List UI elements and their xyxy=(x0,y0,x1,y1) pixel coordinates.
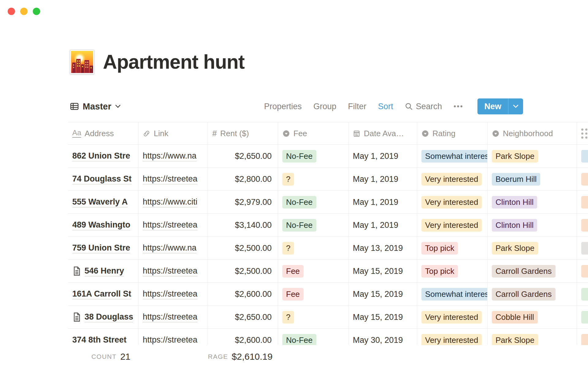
table-row[interactable]: 161A Carroll St https://streetea $2,600.… xyxy=(68,283,588,306)
cell-rating[interactable]: Very interested xyxy=(417,168,488,190)
cell-clipped[interactable] xyxy=(577,214,588,236)
cell-rent[interactable]: $3,140.00 xyxy=(208,214,278,236)
cell-fee[interactable]: No-Fee xyxy=(278,145,349,167)
cell-link[interactable]: https://www.citi xyxy=(138,191,208,213)
table-view-icon xyxy=(70,102,79,111)
cell-rating[interactable]: Very interested xyxy=(417,191,488,213)
column-header-rent[interactable]: # Rent ($) xyxy=(208,122,278,144)
cell-fee[interactable]: Fee xyxy=(278,283,349,305)
cell-date-available[interactable]: May 1, 2019 xyxy=(349,168,417,190)
cell-date-available[interactable]: May 13, 2019 xyxy=(349,237,417,259)
column-header-neighborhood[interactable]: Neighborhood xyxy=(488,122,577,144)
cell-rent[interactable]: $2,800.00 xyxy=(208,168,278,190)
new-button[interactable]: New xyxy=(477,98,523,114)
zoom-window-button[interactable] xyxy=(33,8,40,15)
cell-fee[interactable]: ? xyxy=(278,237,349,259)
cell-date-available[interactable]: May 1, 2019 xyxy=(349,191,417,213)
view-selector[interactable]: Master xyxy=(70,102,121,112)
cell-clipped[interactable] xyxy=(577,260,588,282)
table-row[interactable]: 489 Washingto https://streetea $3,140.00… xyxy=(68,214,588,237)
cell-clipped[interactable] xyxy=(577,191,588,213)
cell-link[interactable]: https://streetea xyxy=(138,283,208,305)
cell-rent[interactable]: $2,650.00 xyxy=(208,306,278,328)
cell-date-available[interactable]: May 15, 2019 xyxy=(349,260,417,282)
column-header-address[interactable]: Aa Address xyxy=(68,122,138,144)
cell-address[interactable]: 489 Washingto xyxy=(68,214,138,236)
cell-date-available[interactable]: May 1, 2019 xyxy=(349,145,417,167)
table-row[interactable]: 555 Waverly A https://www.citi $2,979.00… xyxy=(68,191,588,214)
cell-rent[interactable]: $2,979.00 xyxy=(208,191,278,213)
table-row[interactable]: 759 Union Stre https://www.na $2,500.00 … xyxy=(68,237,588,260)
cell-fee[interactable]: Fee xyxy=(278,260,349,282)
cell-date-available[interactable]: May 15, 2019 xyxy=(349,283,417,305)
column-header-clipped[interactable] xyxy=(577,122,588,144)
cell-address[interactable]: 38 Douglass xyxy=(68,306,138,328)
cell-rent[interactable]: $2,600.00 xyxy=(208,283,278,305)
cell-rent[interactable]: $2,650.00 xyxy=(208,145,278,167)
cell-neighborhood[interactable]: Clinton Hill xyxy=(488,214,577,236)
search-button[interactable]: Search xyxy=(405,102,442,111)
properties-button[interactable]: Properties xyxy=(264,102,302,111)
cell-address[interactable]: 759 Union Stre xyxy=(68,237,138,259)
cell-link[interactable]: https://www.na xyxy=(138,145,208,167)
cell-rating[interactable]: Very interested xyxy=(417,214,488,236)
cell-fee[interactable]: No-Fee xyxy=(278,214,349,236)
cell-rating[interactable]: Top pick xyxy=(417,237,488,259)
cell-address[interactable]: 546 Henry xyxy=(68,260,138,282)
cell-neighborhood[interactable]: Carroll Gardens xyxy=(488,260,577,282)
count-aggregate[interactable]: COUNT 21 xyxy=(68,345,138,368)
cell-address[interactable]: 862 Union Stre xyxy=(68,145,138,167)
page-title[interactable]: Apartment hunt xyxy=(103,51,244,73)
filter-button[interactable]: Filter xyxy=(348,102,366,111)
cell-clipped[interactable] xyxy=(577,283,588,305)
cell-date-available[interactable]: May 1, 2019 xyxy=(349,214,417,236)
average-aggregate[interactable]: AVERAGE $2,610.19 xyxy=(208,345,278,368)
cell-neighborhood[interactable]: Park Slope xyxy=(488,237,577,259)
cell-rating[interactable]: Top pick xyxy=(417,260,488,282)
table-row[interactable]: 74 Douglass St https://streetea $2,800.0… xyxy=(68,168,588,191)
cell-fee[interactable]: ? xyxy=(278,168,349,190)
sort-button[interactable]: Sort xyxy=(378,102,393,111)
cell-address[interactable]: 555 Waverly A xyxy=(68,191,138,213)
column-header-fee[interactable]: Fee xyxy=(278,122,349,144)
view-name: Master xyxy=(83,102,111,112)
cell-link[interactable]: https://streetea xyxy=(138,168,208,190)
cell-address[interactable]: 161A Carroll St xyxy=(68,283,138,305)
cell-rent[interactable]: $2,500.00 xyxy=(208,260,278,282)
cell-link[interactable]: https://streetea xyxy=(138,306,208,328)
cell-neighborhood[interactable]: Carroll Gardens xyxy=(488,283,577,305)
group-button[interactable]: Group xyxy=(313,102,336,111)
cell-clipped[interactable] xyxy=(577,168,588,190)
column-header-date-available[interactable]: Date Ava… xyxy=(349,122,417,144)
cell-neighborhood[interactable]: Park Slope xyxy=(488,145,577,167)
new-button-chevron-down-icon[interactable] xyxy=(508,98,523,114)
column-header-rating[interactable]: Rating xyxy=(417,122,488,144)
column-header-link[interactable]: Link xyxy=(138,122,208,144)
cell-link[interactable]: https://www.na xyxy=(138,237,208,259)
cell-link[interactable]: https://streetea xyxy=(138,214,208,236)
cell-fee[interactable]: No-Fee xyxy=(278,191,349,213)
cell-address[interactable]: 74 Douglass St xyxy=(68,168,138,190)
search-label: Search xyxy=(416,102,442,111)
sunset-city-icon[interactable] xyxy=(70,50,94,74)
cell-link[interactable]: https://streetea xyxy=(138,260,208,282)
cell-date-available[interactable]: May 15, 2019 xyxy=(349,306,417,328)
cell-neighborhood[interactable]: Cobble Hill xyxy=(488,306,577,328)
cell-fee[interactable]: ? xyxy=(278,306,349,328)
cell-rating[interactable]: Somewhat interested xyxy=(417,145,488,167)
table-row[interactable]: 546 Henry https://streetea $2,500.00 Fee… xyxy=(68,260,588,283)
cell-neighborhood[interactable]: Clinton Hill xyxy=(488,191,577,213)
minimize-window-button[interactable] xyxy=(20,8,28,15)
table-row[interactable]: 862 Union Stre https://www.na $2,650.00 … xyxy=(68,145,588,168)
more-options-button[interactable]: ••• xyxy=(454,102,463,110)
cell-clipped[interactable] xyxy=(577,145,588,167)
cell-rating[interactable]: Somewhat interested xyxy=(417,283,488,305)
cell-clipped[interactable] xyxy=(577,237,588,259)
cell-rating[interactable]: Very interested xyxy=(417,306,488,328)
close-window-button[interactable] xyxy=(8,8,15,15)
cell-rent[interactable]: $2,500.00 xyxy=(208,237,278,259)
table-row[interactable]: 38 Douglass https://streetea $2,650.00 ?… xyxy=(68,306,588,329)
cell-clipped[interactable] xyxy=(577,306,588,328)
select-property-icon xyxy=(421,130,429,137)
cell-neighborhood[interactable]: Boerum Hill xyxy=(488,168,577,190)
